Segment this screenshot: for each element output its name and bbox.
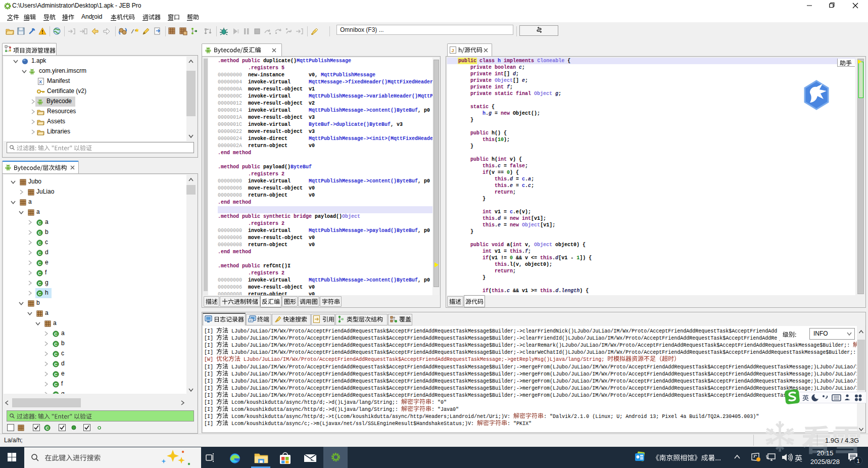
svg-text:C: C [54,371,58,377]
svg-text:C: C [38,250,41,255]
svg-text:C: C [38,280,41,286]
svg-text:C: C [38,240,41,245]
svg-text:C: C [45,425,49,430]
svg-text:C: C [38,220,41,225]
svg-text:C: C [38,291,41,296]
svg-text:C: C [38,260,41,265]
svg-text:J: J [452,48,454,53]
svg-text:C: C [54,392,58,394]
svg-text:C: C [54,361,58,366]
svg-text:C: C [54,331,58,336]
svg-text:C: C [54,382,58,387]
svg-text:X: X [39,79,42,84]
svg-text:C: C [54,351,58,356]
svg-text:C: C [38,270,41,275]
svg-text:C: C [54,341,58,346]
svg-text:C: C [38,230,41,235]
